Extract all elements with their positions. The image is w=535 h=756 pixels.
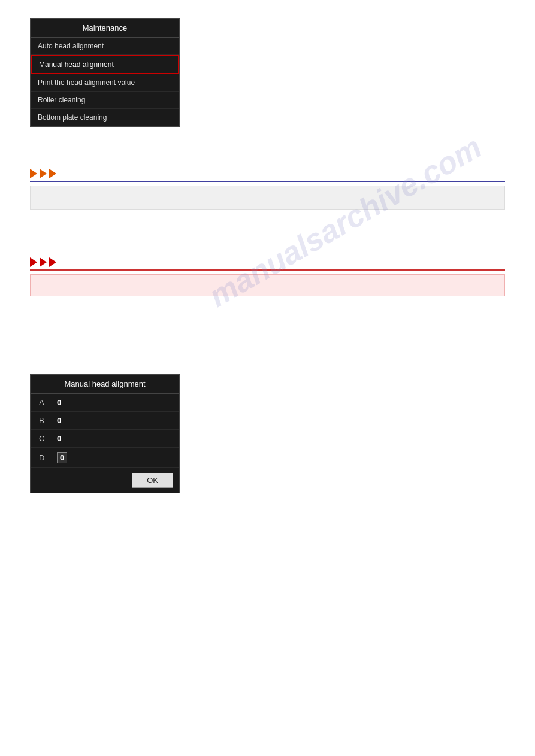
dialog-row-c: C 0 — [31, 430, 179, 448]
ok-button[interactable]: OK — [132, 473, 173, 488]
menu-item-roller-cleaning[interactable]: Roller cleaning — [31, 92, 179, 109]
note-box-2-text — [40, 281, 43, 290]
note-box-2 — [30, 274, 505, 296]
note-box-1 — [30, 186, 505, 210]
dialog-row-b: B 0 — [31, 412, 179, 430]
dialog-value-c: 0 — [57, 434, 61, 443]
note-header-1 — [30, 169, 505, 178]
note-arrow-icon-2 — [30, 257, 37, 267]
menu-item-manual-head[interactable]: Manual head alignment — [31, 55, 179, 74]
note-divider-2 — [30, 269, 505, 271]
note-arrow-icon-2b — [40, 257, 47, 267]
dialog-value-d: 0 — [57, 452, 67, 463]
menu-item-bottom-plate[interactable]: Bottom plate cleaning — [31, 109, 179, 126]
maintenance-menu: Maintenance Auto head alignment Manual h… — [30, 18, 180, 127]
note-header-2 — [30, 257, 505, 267]
dialog-row-d: D 0 — [31, 448, 179, 468]
dialog-label-b: B — [39, 416, 57, 425]
note-arrow-icon-2c — [49, 257, 56, 267]
note-arrow-icon-1b — [40, 169, 47, 178]
menu-title: Maintenance — [31, 19, 179, 38]
note-arrow-icon-1c — [49, 169, 56, 178]
menu-item-print-head[interactable]: Print the head alignment value — [31, 74, 179, 92]
note-section-1 — [30, 169, 505, 210]
note-box-1-text — [40, 192, 43, 201]
note-divider-1 — [30, 181, 505, 182]
dialog-value-a: 0 — [57, 398, 61, 407]
note-arrow-icon-1 — [30, 169, 37, 178]
dialog-label-d: D — [39, 453, 57, 462]
dialog-row-a: A 0 — [31, 394, 179, 412]
dialog-value-b: 0 — [57, 416, 61, 425]
manual-head-alignment-dialog: Manual head alignment A 0 B 0 C 0 D 0 OK — [30, 374, 180, 493]
note-section-2 — [30, 257, 505, 296]
dialog-title: Manual head alignment — [31, 375, 179, 394]
dialog-label-c: C — [39, 434, 57, 443]
dialog-label-a: A — [39, 398, 57, 407]
menu-item-auto-head[interactable]: Auto head alignment — [31, 38, 179, 55]
dialog-footer: OK — [31, 468, 179, 493]
dialog-container: Manual head alignment A 0 B 0 C 0 D 0 OK — [30, 374, 505, 493]
